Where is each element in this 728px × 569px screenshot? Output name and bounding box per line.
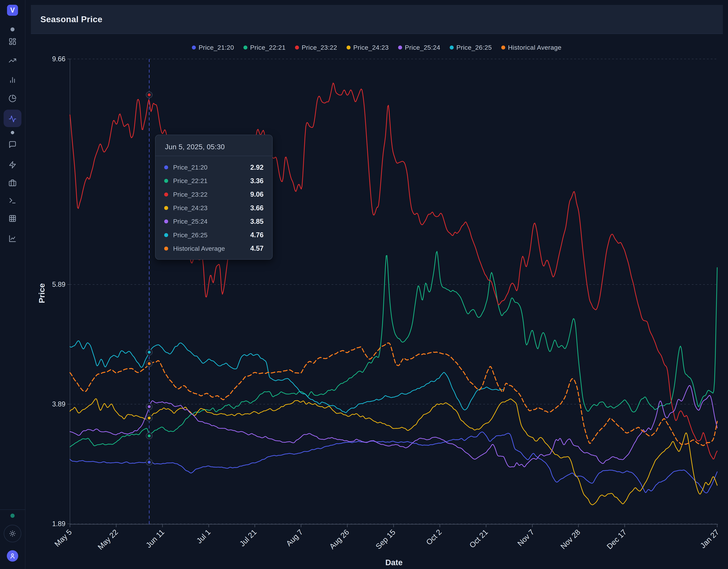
svg-text:5.89: 5.89 (52, 280, 65, 288)
svg-text:1.89: 1.89 (52, 520, 65, 528)
svg-text:Jan 27: Jan 27 (699, 528, 721, 550)
svg-text:Sep 15: Sep 15 (374, 528, 397, 551)
svg-text:Jul 1: Jul 1 (195, 528, 212, 545)
svg-text:3.89: 3.89 (52, 400, 65, 408)
svg-text:Oct 2: Oct 2 (424, 528, 443, 547)
svg-text:Nov 28: Nov 28 (559, 528, 582, 551)
svg-text:Aug 7: Aug 7 (285, 528, 304, 548)
svg-text:Dec 17: Dec 17 (605, 528, 628, 551)
svg-text:Jul 21: Jul 21 (238, 528, 258, 548)
svg-text:9.66: 9.66 (52, 55, 65, 63)
svg-text:Oct 21: Oct 21 (468, 528, 489, 549)
svg-text:Jun 11: Jun 11 (144, 528, 166, 549)
svg-text:May 5: May 5 (53, 528, 73, 548)
svg-text:Date: Date (385, 558, 402, 567)
svg-text:Price: Price (37, 283, 46, 303)
svg-text:Aug 26: Aug 26 (328, 528, 351, 551)
svg-text:May 22: May 22 (96, 528, 120, 551)
svg-text:Nov 7: Nov 7 (516, 528, 536, 548)
